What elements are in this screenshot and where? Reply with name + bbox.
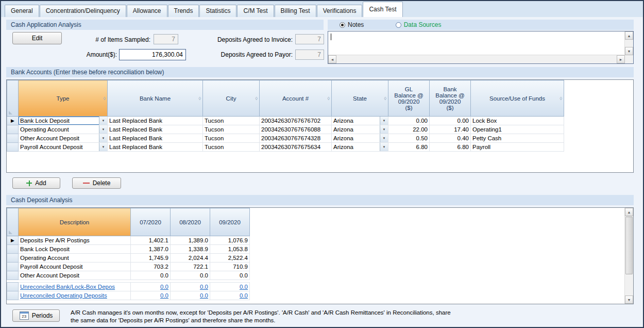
bank-cell-account[interactable]: 200342630767676088 [260,125,332,134]
scroll-right-icon[interactable]: ► [617,55,625,63]
bank-cell-type[interactable]: Operating Account▼ [19,125,108,134]
add-button[interactable]: Add [12,177,60,189]
bank-cell-bank-name[interactable]: Last Replaced Bank [108,134,203,143]
cash-deposit-column-header[interactable]: Description [19,208,131,236]
bank-cell-state[interactable]: Arizona▼ [332,125,388,134]
cash-deposit-value[interactable]: 722.1 [171,263,210,271]
edit-button[interactable]: Edit [12,32,62,44]
tab-verifications[interactable]: Verifications [317,5,363,17]
cash-deposit-column-header[interactable]: 07/2020 [131,208,171,236]
bank-cell-state[interactable]: Arizona▼ [332,117,388,125]
cash-deposit-value[interactable]: 0.0 [131,283,171,291]
cash-deposit-value[interactable]: 1,076.9 [210,236,250,245]
cash-deposit-value[interactable]: 703.2 [131,263,171,271]
cash-deposit-value[interactable]: 2,522.4 [210,254,250,263]
dropdown-arrow-icon[interactable]: ▼ [99,117,107,125]
row-selector[interactable] [7,291,19,300]
cash-deposit-column-header[interactable]: 08/2020 [171,208,210,236]
bank-cell-bank-balance[interactable]: 6.80 [430,143,471,152]
dropdown-arrow-icon[interactable]: ▼ [380,134,388,142]
row-selector[interactable] [7,245,19,254]
bank-column-header[interactable]: GL Balance @ 09/2020 ($) [388,80,430,117]
cash-deposit-value[interactable]: 0.0 [210,283,250,291]
cash-deposit-value[interactable]: 0.0 [210,291,250,300]
scroll-down-icon[interactable]: ▼ [625,296,633,304]
dropdown-arrow-icon[interactable]: ▼ [99,143,107,151]
bank-cell-gl-balance[interactable]: 0.00 [388,117,430,125]
bank-column-header[interactable]: Bank Balance @ 09/2020 ($) [430,80,471,117]
notes-textarea[interactable]: ▲ ▼ ◄ ► [328,31,634,64]
row-selector[interactable] [7,254,19,263]
bank-column-header[interactable]: City◊ [203,80,260,117]
bank-cell-city[interactable]: Tucson [203,143,260,152]
cash-deposit-description[interactable]: Unreconciled Bank/Lock-Box Depos [19,283,131,291]
row-selector[interactable]: ▶ [7,236,19,245]
bank-cell-bank-balance[interactable]: 0.40 [430,134,471,143]
cash-deposit-description[interactable]: Bank Lock Deposit [19,245,131,254]
bank-column-header[interactable]: Type◊ [19,80,108,117]
cash-deposit-value[interactable]: 2,024.4 [171,254,210,263]
bank-cell-gl-balance[interactable]: 22.00 [388,125,430,134]
dropdown-arrow-icon[interactable]: ▼ [380,143,388,151]
cash-deposit-value[interactable]: 1,053.8 [210,245,250,254]
bank-cell-bank-name[interactable]: Last Replaced Bank [108,125,203,134]
tab-general[interactable]: General [5,5,39,17]
cash-deposit-description[interactable]: Payroll Account Deposit [19,263,131,271]
delete-button[interactable]: Delete [72,177,121,189]
bank-cell-city[interactable]: Tucson [203,134,260,143]
notes-radio[interactable] [340,22,345,28]
row-selector[interactable]: ▶ [7,117,19,125]
dropdown-arrow-icon[interactable]: ▼ [99,134,107,142]
notes-vertical-scrollbar[interactable]: ▲ ▼ [624,31,633,55]
row-selector[interactable] [7,263,19,271]
tab-concentration-delinquency[interactable]: Concentration/Delinquency [40,5,126,17]
deposits-invoice-field[interactable]: 7 [295,34,324,44]
bank-cell-bank-name[interactable]: Last Replaced Bank [108,143,203,152]
cash-deposit-value[interactable]: 0.0 [171,271,210,280]
cash-deposit-description[interactable]: Operating Account [19,254,131,263]
scrollbar-thumb[interactable] [625,217,633,274]
dropdown-arrow-icon[interactable]: ▼ [380,125,388,134]
cash-deposit-description[interactable]: Deposits Per A/R Postings [19,236,131,245]
cash-deposit-value[interactable]: 0.0 [171,283,210,291]
cash-deposit-value[interactable]: 1,745.9 [131,254,171,263]
row-selector[interactable] [7,134,19,143]
cash-deposit-value[interactable]: 0.0 [210,271,250,280]
bank-cell-type[interactable]: Payroll Account Deposit▼ [19,143,108,152]
dropdown-arrow-icon[interactable]: ▼ [380,117,388,125]
bank-cell-source[interactable]: Lock Box [471,117,564,125]
bank-cell-state[interactable]: Arizona▼ [332,134,388,143]
cash-deposit-value[interactable]: 0.0 [131,271,171,280]
bank-cell-source[interactable]: Operating1 [471,125,564,134]
amount-field[interactable]: 176,300.04 [119,49,186,60]
bank-column-header[interactable]: Bank Name◊ [108,80,203,117]
bank-column-header[interactable]: State◊ [332,80,388,117]
cash-deposit-vertical-scrollbar[interactable]: ▲ ▼ [624,208,633,304]
periods-button[interactable]: 23 Periods [12,309,60,322]
bank-cell-bank-balance[interactable]: 0.00 [430,117,471,125]
notes-radio-group[interactable]: Notes [340,20,364,30]
bank-cell-city[interactable]: Tucson [203,117,260,125]
scroll-up-icon[interactable]: ▲ [625,31,633,40]
data-sources-radio[interactable] [396,22,401,28]
cash-deposit-value[interactable]: 0.0 [131,291,171,300]
row-selector[interactable] [7,283,19,291]
row-selector[interactable] [7,271,19,280]
bank-cell-source[interactable]: Payroll [471,143,564,152]
bank-cell-bank-name[interactable]: Last Replaced Bank [108,117,203,125]
bank-cell-account[interactable]: 200342630767675634 [260,143,332,152]
scroll-down-icon[interactable]: ▼ [625,47,633,55]
tab-billing-test[interactable]: Billing Test [275,5,316,17]
cash-deposit-value[interactable]: 0.0 [171,291,210,300]
bank-cell-account[interactable]: 200342630767676702 [260,117,332,125]
cash-deposit-value[interactable]: 1,402.1 [131,236,171,245]
bank-cell-gl-balance[interactable]: 0.50 [388,134,430,143]
row-selector[interactable] [7,143,19,152]
tab-trends[interactable]: Trends [168,5,199,17]
bank-column-header[interactable]: Source/Use of Funds◊ [471,80,564,117]
cash-deposit-column-header[interactable]: 09/2020 [210,208,250,236]
tab-allowance[interactable]: Allowance [127,5,167,17]
notes-horizontal-scrollbar[interactable]: ◄ ► [328,55,625,63]
bank-column-header[interactable]: Account #◊ [260,80,332,117]
bank-cell-bank-balance[interactable]: 17.40 [430,125,471,134]
